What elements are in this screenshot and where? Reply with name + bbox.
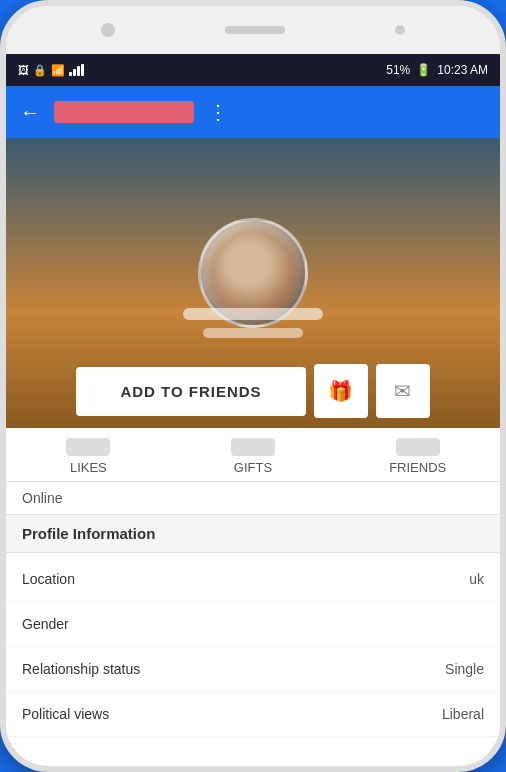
avatar-image: [208, 228, 298, 318]
username-placeholder2: [203, 328, 303, 338]
user-name-area: [183, 308, 323, 338]
signal-bar-4: [81, 64, 84, 76]
gifts-tab-icon: [231, 438, 275, 456]
screen: 🖼 🔒 📶 51% 🔋 10:23 AM ← ⋮: [6, 54, 500, 772]
wifi-secure-icon: 🔒: [33, 64, 47, 77]
status-left-icons: 🖼 🔒 📶: [18, 64, 84, 77]
add-to-friends-button[interactable]: ADD TO FRIENDS: [76, 367, 305, 416]
phone-speaker: [225, 26, 285, 34]
phone-top-bar: [6, 6, 500, 54]
relationship-label: Relationship status: [22, 661, 140, 677]
friends-tab-icon: [396, 438, 440, 456]
online-status-text: Online: [22, 490, 62, 506]
status-right-info: 51% 🔋 10:23 AM: [386, 63, 488, 77]
wifi-icon: 📶: [51, 64, 65, 77]
back-button[interactable]: ←: [20, 101, 40, 124]
username-placeholder: [183, 308, 323, 320]
app-bar-title: [54, 101, 194, 123]
phone-shell: 🖼 🔒 📶 51% 🔋 10:23 AM ← ⋮: [0, 0, 506, 772]
location-value: uk: [469, 571, 484, 587]
tabs-row: LIKES GIFTS FRIENDS: [6, 428, 500, 482]
status-bar: 🖼 🔒 📶 51% 🔋 10:23 AM: [6, 54, 500, 86]
profile-info-header: Profile Information: [6, 514, 500, 553]
likes-tab-label: LIKES: [70, 460, 107, 475]
relationship-value: Single: [445, 661, 484, 677]
phone-camera: [101, 23, 115, 37]
profile-info-title: Profile Information: [22, 525, 155, 542]
send-message-button[interactable]: ✉: [376, 364, 430, 418]
table-row: Political views Liberal: [6, 692, 500, 737]
message-icon: ✉: [394, 379, 411, 403]
app-bar: ← ⋮: [6, 86, 500, 138]
battery-icon: 🔋: [416, 63, 431, 77]
tab-likes[interactable]: LIKES: [6, 438, 171, 475]
gift-icon: 🎁: [328, 379, 353, 403]
tab-gifts[interactable]: GIFTS: [171, 438, 336, 475]
location-label: Location: [22, 571, 75, 587]
clock: 10:23 AM: [437, 63, 488, 77]
phone-sensor: [395, 25, 405, 35]
table-row: Relationship status Single: [6, 647, 500, 692]
send-gift-button[interactable]: 🎁: [314, 364, 368, 418]
table-row: Location uk: [6, 557, 500, 602]
friends-tab-label: FRIENDS: [389, 460, 446, 475]
signal-bar-3: [77, 66, 80, 76]
info-list: Location uk Gender Relationship status S…: [6, 553, 500, 741]
gifts-tab-label: GIFTS: [234, 460, 272, 475]
tab-friends[interactable]: FRIENDS: [335, 438, 500, 475]
profile-cover: ADD TO FRIENDS 🎁 ✉: [6, 138, 500, 428]
notification-icon: 🖼: [18, 64, 29, 76]
more-options-button[interactable]: ⋮: [208, 100, 230, 124]
signal-bar-1: [69, 72, 72, 76]
signal-bar-2: [73, 69, 76, 76]
online-status: Online: [6, 482, 500, 514]
political-views-label: Political views: [22, 706, 109, 722]
likes-tab-icon: [66, 438, 110, 456]
table-row: Gender: [6, 602, 500, 647]
battery-percentage: 51%: [386, 63, 410, 77]
signal-bars: [69, 64, 84, 76]
action-row: ADD TO FRIENDS 🎁 ✉: [76, 364, 429, 418]
gender-label: Gender: [22, 616, 69, 632]
political-views-value: Liberal: [442, 706, 484, 722]
